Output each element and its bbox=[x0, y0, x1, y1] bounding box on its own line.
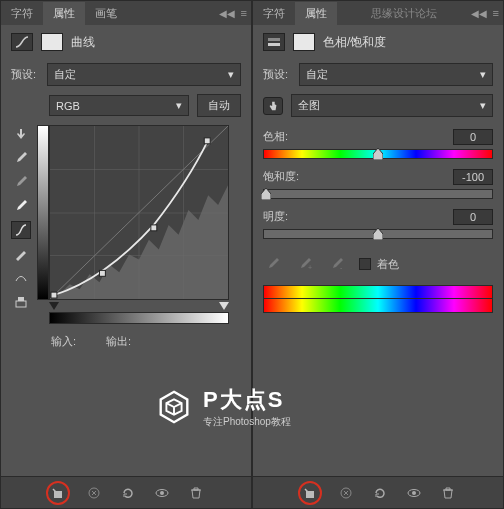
panel-menu-icon[interactable]: ≡ bbox=[493, 7, 499, 19]
preset-value: 自定 bbox=[54, 67, 76, 82]
svg-rect-12 bbox=[204, 138, 210, 144]
hue-label: 色相: bbox=[263, 129, 288, 145]
visibility-icon[interactable] bbox=[152, 483, 172, 503]
hue-handle[interactable] bbox=[373, 148, 383, 160]
input-gradient bbox=[49, 312, 229, 324]
tab-brushes[interactable]: 画笔 bbox=[85, 2, 127, 25]
point-curve-icon[interactable] bbox=[11, 221, 31, 239]
svg-rect-0 bbox=[16, 301, 26, 307]
adjustment-title: 曲线 bbox=[71, 34, 95, 51]
output-gradient bbox=[37, 125, 49, 300]
adjustment-title: 色相/饱和度 bbox=[323, 34, 386, 51]
clip-icon[interactable] bbox=[11, 293, 31, 311]
curves-panel: 字符 属性 画笔 ◀◀ ≡ 曲线 预设: 自定 ▾ RGB ▾ 自动 bbox=[0, 0, 252, 509]
visibility-icon[interactable] bbox=[404, 483, 424, 503]
sliders: 色相: 0 饱和度: -100 明度: 0 bbox=[253, 121, 503, 321]
svg-text:-: - bbox=[340, 264, 343, 271]
eyedropper-black-icon[interactable] bbox=[11, 149, 31, 167]
curves-icon bbox=[11, 33, 33, 51]
saturation-handle[interactable] bbox=[261, 188, 271, 200]
input-label: 输入: bbox=[51, 334, 76, 349]
finger-scrub-icon[interactable] bbox=[263, 97, 283, 115]
panel-menu-icon[interactable]: ≡ bbox=[241, 7, 247, 19]
hue-value[interactable]: 0 bbox=[453, 129, 493, 145]
smooth-icon[interactable] bbox=[11, 269, 31, 287]
channel-value: RGB bbox=[56, 100, 80, 112]
tab-row: 字符 属性 画笔 ◀◀ ≡ bbox=[1, 1, 251, 25]
lightness-label: 明度: bbox=[263, 209, 288, 225]
preset-dropdown[interactable]: 自定 ▾ bbox=[47, 63, 241, 86]
svg-rect-1 bbox=[18, 297, 24, 301]
lightness-handle[interactable] bbox=[373, 228, 383, 240]
finger-tool-icon[interactable] bbox=[11, 125, 31, 143]
tab-character[interactable]: 字符 bbox=[253, 2, 295, 25]
layer-mask-thumb[interactable] bbox=[293, 33, 315, 51]
view-previous-icon[interactable] bbox=[336, 483, 356, 503]
svg-rect-17 bbox=[268, 38, 280, 41]
reset-icon[interactable] bbox=[370, 483, 390, 503]
curve-graph[interactable] bbox=[49, 125, 229, 300]
channel-dropdown[interactable]: RGB ▾ bbox=[49, 95, 189, 116]
channel-row: RGB ▾ 自动 bbox=[1, 90, 251, 121]
svg-point-24 bbox=[412, 491, 416, 495]
view-previous-icon[interactable] bbox=[84, 483, 104, 503]
saturation-slider[interactable] bbox=[263, 189, 493, 199]
curve-wrap bbox=[37, 125, 229, 324]
rainbow-bar-bottom bbox=[263, 299, 493, 313]
preset-label: 预设: bbox=[11, 67, 39, 82]
eyedropper-sub-icon[interactable]: - bbox=[327, 255, 347, 273]
auto-button[interactable]: 自动 bbox=[197, 94, 241, 117]
hue-row: 色相: 0 bbox=[263, 129, 493, 159]
lightness-row: 明度: 0 bbox=[263, 209, 493, 239]
rainbow-bar-top bbox=[263, 285, 493, 299]
svg-rect-10 bbox=[99, 270, 105, 276]
layer-mask-thumb[interactable] bbox=[41, 33, 63, 51]
range-dropdown[interactable]: 全图 ▾ bbox=[291, 94, 493, 117]
pencil-curve-icon[interactable] bbox=[11, 245, 31, 263]
eyedropper-gray-icon[interactable] bbox=[11, 173, 31, 191]
panel-header: 曲线 bbox=[1, 25, 251, 59]
colorize-checkbox[interactable]: 着色 bbox=[359, 257, 399, 272]
preset-row: 预设: 自定 ▾ bbox=[1, 59, 251, 90]
eyedropper-add-icon[interactable]: + bbox=[295, 255, 315, 273]
output-label: 输出: bbox=[106, 334, 131, 349]
panel-header: 色相/饱和度 bbox=[253, 25, 503, 59]
chevron-down-icon: ▾ bbox=[480, 68, 486, 81]
preset-dropdown[interactable]: 自定 ▾ bbox=[299, 63, 493, 86]
eyedropper-icon[interactable] bbox=[263, 255, 283, 273]
preset-label: 预设: bbox=[263, 67, 291, 82]
lightness-value[interactable]: 0 bbox=[453, 209, 493, 225]
svg-rect-18 bbox=[268, 43, 280, 46]
black-point-handle[interactable] bbox=[49, 302, 59, 310]
tab-character[interactable]: 字符 bbox=[1, 2, 43, 25]
preset-row: 预设: 自定 ▾ bbox=[253, 59, 503, 90]
preset-value: 自定 bbox=[306, 67, 328, 82]
io-row: 输入: 输出: bbox=[1, 328, 251, 355]
clip-to-layer-icon[interactable] bbox=[298, 481, 322, 505]
panel-footer bbox=[253, 476, 503, 508]
curves-content bbox=[1, 121, 251, 328]
panel-footer bbox=[1, 476, 251, 508]
chevron-down-icon: ▾ bbox=[176, 99, 182, 112]
panel-collapse-icon[interactable]: ◀◀ bbox=[471, 8, 487, 19]
tab-row: 字符 属性 思缘设计论坛 ◀◀ ≡ bbox=[253, 1, 503, 25]
reset-icon[interactable] bbox=[118, 483, 138, 503]
white-point-handle[interactable] bbox=[219, 302, 229, 310]
chevron-down-icon: ▾ bbox=[480, 99, 486, 112]
clip-to-layer-icon[interactable] bbox=[46, 481, 70, 505]
panel-collapse-icon[interactable]: ◀◀ bbox=[219, 8, 235, 19]
hue-sat-icon bbox=[263, 33, 285, 51]
eyedropper-white-icon[interactable] bbox=[11, 197, 31, 215]
trash-icon[interactable] bbox=[438, 483, 458, 503]
svg-rect-9 bbox=[51, 292, 57, 298]
svg-point-16 bbox=[160, 491, 164, 495]
channel-row: 全图 ▾ bbox=[253, 90, 503, 121]
hue-slider[interactable] bbox=[263, 149, 493, 159]
lightness-slider[interactable] bbox=[263, 229, 493, 239]
chevron-down-icon: ▾ bbox=[228, 68, 234, 81]
hue-sat-panel: 字符 属性 思缘设计论坛 ◀◀ ≡ 色相/饱和度 预设: 自定 ▾ 全图 ▾ 色… bbox=[252, 0, 504, 509]
tab-properties[interactable]: 属性 bbox=[43, 2, 85, 25]
trash-icon[interactable] bbox=[186, 483, 206, 503]
tab-properties[interactable]: 属性 bbox=[295, 2, 337, 25]
saturation-value[interactable]: -100 bbox=[453, 169, 493, 185]
